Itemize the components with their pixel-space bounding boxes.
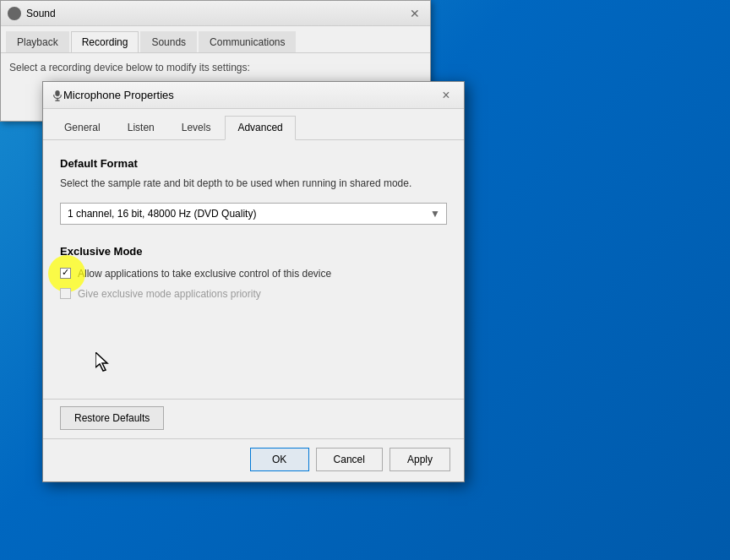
- default-format-section: Default Format Select the sample rate an…: [60, 157, 447, 242]
- mic-tab-advanced[interactable]: Advanced: [225, 116, 295, 140]
- exclusive-control-checkbox[interactable]: [60, 268, 71, 279]
- svg-rect-0: [55, 90, 59, 95]
- exclusive-priority-checkbox[interactable]: [60, 288, 71, 299]
- mic-tab-general[interactable]: General: [52, 116, 113, 139]
- mouse-cursor: [95, 352, 112, 372]
- sound-tab-playback[interactable]: Playback: [6, 31, 69, 52]
- sound-tab-recording[interactable]: Recording: [71, 31, 139, 52]
- exclusive-mode-title: Exclusive Mode: [60, 245, 447, 258]
- sound-dialog-title: Sound: [26, 8, 406, 19]
- default-format-desc: Select the sample rate and bit depth to …: [60, 177, 447, 191]
- sound-titlebar: Sound ✕: [1, 1, 430, 26]
- apply-button[interactable]: Apply: [390, 448, 450, 471]
- ok-button[interactable]: OK: [250, 448, 309, 471]
- mic-dialog-title: Microphone Properties: [63, 89, 437, 101]
- mic-tab-listen[interactable]: Listen: [115, 116, 167, 139]
- mic-tab-levels[interactable]: Levels: [169, 116, 224, 139]
- mic-content: Default Format Select the sample rate an…: [43, 140, 464, 399]
- exclusive-control-label[interactable]: Allow applications to take exclusive con…: [78, 268, 331, 280]
- mic-body: Default Format Select the sample rate an…: [60, 157, 447, 385]
- exclusive-control-row: Allow applications to take exclusive con…: [60, 268, 447, 280]
- restore-defaults-button[interactable]: Restore Defaults: [60, 406, 164, 430]
- mic-footer: Restore Defaults: [43, 399, 464, 438]
- sound-tabs: Playback Recording Sounds Communications: [1, 26, 430, 53]
- mic-tabs: General Listen Levels Advanced: [43, 109, 464, 140]
- exclusive-priority-label: Give exclusive mode applications priorit…: [78, 288, 261, 300]
- sound-content-text: Select a recording device below to modif…: [9, 62, 422, 73]
- sound-tab-sounds[interactable]: Sounds: [140, 31, 197, 52]
- mic-dialog-buttons: OK Cancel Apply: [43, 438, 464, 481]
- mic-titlebar: Microphone Properties ×: [43, 82, 464, 109]
- sound-titlebar-icon: [8, 7, 21, 20]
- cancel-button[interactable]: Cancel: [316, 448, 383, 471]
- sound-close-button[interactable]: ✕: [406, 5, 423, 22]
- format-dropdown-wrapper: 1 channel, 16 bit, 44100 Hz (CD Quality)…: [60, 203, 447, 225]
- format-dropdown[interactable]: 1 channel, 16 bit, 44100 Hz (CD Quality)…: [60, 203, 447, 225]
- exclusive-control-checkbox-wrapper: [60, 268, 78, 279]
- default-format-title: Default Format: [60, 157, 447, 170]
- mic-close-button[interactable]: ×: [437, 86, 455, 105]
- exclusive-mode-section: Exclusive Mode Allow applications to tak…: [60, 245, 447, 308]
- mic-dialog: Microphone Properties × General Listen L…: [42, 81, 465, 482]
- sound-tab-communications[interactable]: Communications: [199, 31, 296, 52]
- microphone-icon: [52, 90, 63, 101]
- svg-marker-3: [95, 352, 107, 371]
- exclusive-priority-row: Give exclusive mode applications priorit…: [60, 288, 447, 300]
